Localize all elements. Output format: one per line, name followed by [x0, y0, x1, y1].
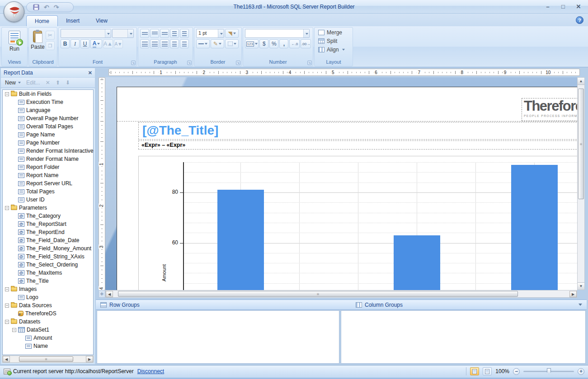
tree-item-the-reportstart[interactable]: @The_ReportStart: [3, 220, 93, 228]
scrollbar-thumb[interactable]: [19, 356, 73, 362]
scroll-left-icon[interactable]: ◀: [106, 291, 113, 297]
scrollbar-thumb[interactable]: [118, 291, 518, 297]
tree-item-the-reportend[interactable]: @The_ReportEnd: [3, 228, 93, 236]
decrease-indent-button[interactable]: [170, 29, 179, 38]
tree-expander-icon[interactable]: −: [5, 304, 9, 308]
disconnect-link[interactable]: Disconnect: [137, 368, 164, 374]
font-family-combo[interactable]: [61, 29, 111, 38]
tree-item-report-name[interactable]: Report Name: [3, 171, 93, 179]
delete-icon[interactable]: ✕: [44, 79, 52, 87]
chevron-down-icon[interactable]: [105, 29, 111, 37]
currency-button[interactable]: $: [259, 39, 268, 48]
numbered-list-button[interactable]: [180, 39, 189, 48]
border-style-button[interactable]: [196, 39, 210, 48]
tree-item-amount[interactable]: Amount: [3, 334, 93, 342]
design-hscrollbar[interactable]: ◀ ▶: [105, 290, 577, 298]
tree-item-parameters[interactable]: −Parameters: [3, 204, 93, 212]
borders-button[interactable]: [225, 39, 239, 48]
tree-item-datasets[interactable]: −Datasets: [3, 318, 93, 326]
chart-bar[interactable]: [394, 235, 440, 290]
scrollbar-thumb[interactable]: [578, 89, 584, 199]
tree-item-the-field-string-xaxis[interactable]: @The_Field_String_XAxis: [3, 253, 93, 261]
number-format-button[interactable]: 123: [245, 39, 259, 48]
report-title-textbox[interactable]: [@The_Title]: [138, 122, 577, 140]
design-vscrollbar[interactable]: ▲ ▼: [577, 77, 585, 290]
tree-item-the-category[interactable]: @The_Category: [3, 212, 93, 220]
scroll-up-icon[interactable]: ▲: [578, 78, 584, 85]
scroll-right-icon[interactable]: ▶: [569, 291, 577, 297]
align-middle-button[interactable]: [150, 29, 159, 38]
paragraph-dialog-launcher[interactable]: ↘: [187, 61, 192, 65]
tree-expander-icon[interactable]: −: [5, 92, 9, 96]
zoom-out-button[interactable]: −: [513, 368, 520, 375]
merge-button[interactable]: Merge: [316, 28, 351, 37]
increase-indent-button[interactable]: [180, 29, 189, 38]
run-button[interactable]: Run: [4, 29, 25, 59]
tree-item-render-format-isinteractive[interactable]: Render Format IsInteractive: [3, 147, 93, 155]
align-bottom-button[interactable]: [160, 29, 169, 38]
chevron-down-icon[interactable]: [127, 29, 133, 37]
zoom-slider[interactable]: [523, 371, 574, 372]
border-color-button[interactable]: ✎: [211, 39, 224, 48]
scroll-down-icon[interactable]: ▼: [578, 282, 584, 290]
tree-item-the-maxitems[interactable]: @The_MaxItems: [3, 269, 93, 277]
zoom-slider-thumb[interactable]: [547, 368, 551, 374]
report-data-hscrollbar[interactable]: ◀ ▶: [2, 356, 94, 363]
tree-item-page-name[interactable]: Page Name: [3, 131, 93, 139]
number-format-combo[interactable]: [245, 29, 310, 38]
maximize-button[interactable]: □: [559, 3, 567, 10]
tree-expander-icon[interactable]: −: [12, 328, 16, 332]
logo-image[interactable]: Therefore PEOPLE PROCESS INFORMATION: [522, 98, 577, 121]
increase-decimal-button[interactable]: ←.0: [289, 39, 300, 48]
cut-button[interactable]: ✂: [46, 31, 55, 40]
paste-button[interactable]: Paste: [31, 29, 45, 59]
copy-button[interactable]: ❐: [46, 41, 55, 50]
tree-item-total-pages[interactable]: Total Pages: [3, 187, 93, 196]
scroll-right-icon[interactable]: ▶: [86, 356, 93, 362]
tree-item-the-title[interactable]: @The_Title: [3, 277, 93, 285]
tree-item-the-select-ordering[interactable]: @The_Select_Ordering: [3, 261, 93, 269]
tree-expander-icon[interactable]: −: [5, 287, 9, 291]
chevron-down-icon[interactable]: [303, 29, 309, 37]
font-dialog-launcher[interactable]: ↘: [131, 61, 136, 65]
move-down-icon[interactable]: ⬇: [64, 79, 72, 87]
tree-item-overall-total-pages[interactable]: Overall Total Pages: [3, 122, 93, 131]
italic-button[interactable]: I: [71, 39, 80, 48]
chart-bar[interactable]: [217, 190, 264, 290]
tree-item-render-format-name[interactable]: Render Format Name: [3, 155, 93, 163]
tree-item-name[interactable]: Name: [3, 342, 93, 350]
bar-chart[interactable]: Amount 6080: [138, 156, 577, 290]
tree-item-dataset1[interactable]: −DataSet1: [3, 326, 93, 334]
report-subtitle-textbox[interactable]: «Expr» – «Expr»: [138, 140, 577, 150]
align-top-button[interactable]: [140, 29, 149, 38]
redo-icon[interactable]: ↷: [54, 4, 59, 10]
decrease-decimal-button[interactable]: .00→: [301, 39, 311, 48]
align-right-button[interactable]: [160, 39, 169, 48]
minimize-button[interactable]: –: [544, 3, 552, 10]
shrink-font-button[interactable]: A▼: [114, 39, 123, 48]
tab-insert[interactable]: Insert: [58, 15, 88, 26]
tree-item-user-id[interactable]: User ID: [3, 196, 93, 204]
underline-button[interactable]: U: [80, 39, 89, 48]
save-icon[interactable]: [33, 4, 39, 10]
border-width-combo[interactable]: 1 pt: [196, 29, 224, 38]
undo-icon[interactable]: ↶: [44, 4, 49, 10]
tree-item-thereforeds[interactable]: ThereforeDS: [3, 309, 93, 318]
fill-color-button[interactable]: ◥: [225, 29, 239, 38]
report-page[interactable]: Therefore PEOPLE PROCESS INFORMATION [@T…: [117, 87, 577, 290]
number-dialog-launcher[interactable]: ↘: [307, 61, 312, 65]
scroll-left-icon[interactable]: ◀: [3, 356, 10, 362]
zoom-in-button[interactable]: +: [578, 368, 584, 375]
align-left-button[interactable]: [140, 39, 149, 48]
chart-bar[interactable]: [511, 165, 558, 290]
tab-home[interactable]: Home: [26, 15, 58, 26]
tree-item-images[interactable]: −Images: [3, 285, 93, 293]
tree-item-the-field-date-date[interactable]: @The_Field_Date_Date: [3, 236, 93, 244]
bullet-list-button[interactable]: [170, 39, 179, 48]
help-icon[interactable]: ?: [576, 16, 583, 24]
font-color-button[interactable]: A: [90, 39, 102, 48]
tree-item-data-sources[interactable]: −Data Sources: [3, 301, 93, 309]
edit-button[interactable]: Edit...: [24, 79, 42, 87]
close-button[interactable]: ✕: [574, 3, 583, 10]
tree-item-language[interactable]: Language: [3, 106, 93, 114]
